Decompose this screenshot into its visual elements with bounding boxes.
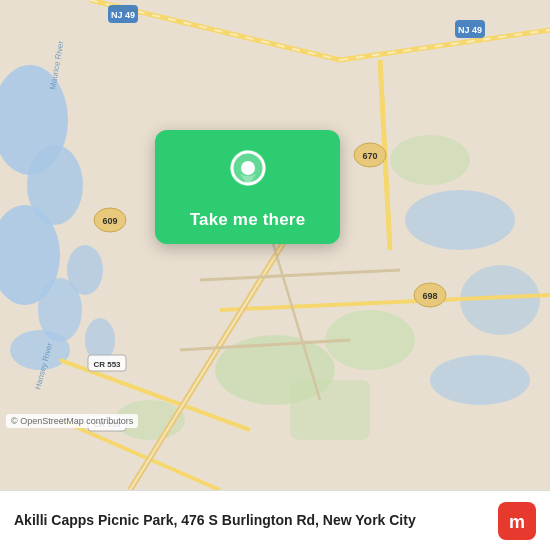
svg-point-10 xyxy=(430,355,530,405)
svg-text:609: 609 xyxy=(102,216,117,226)
bottom-bar: Akilli Capps Picnic Park, 476 S Burlingt… xyxy=(0,490,550,550)
svg-point-47 xyxy=(241,161,255,175)
place-info: Akilli Capps Picnic Park, 476 S Burlingt… xyxy=(14,511,486,529)
svg-point-13 xyxy=(390,135,470,185)
moovit-logo: m xyxy=(498,502,536,540)
svg-rect-15 xyxy=(290,380,370,440)
svg-point-5 xyxy=(67,245,103,295)
map-attribution: © OpenStreetMap contributors xyxy=(6,414,138,428)
location-pin-icon xyxy=(226,148,270,200)
svg-text:670: 670 xyxy=(362,151,377,161)
moovit-icon: m xyxy=(498,502,536,540)
svg-text:NJ 49: NJ 49 xyxy=(111,10,135,20)
place-name: Akilli Capps Picnic Park, 476 S Burlingt… xyxy=(14,511,486,529)
svg-text:CR 553: CR 553 xyxy=(93,360,121,369)
take-me-there-card[interactable]: Take me there xyxy=(155,130,340,244)
map-container: NJ 49 NJ 49 670 609 698 CR 553 CR 553 Ma… xyxy=(0,0,550,490)
take-me-there-label: Take me there xyxy=(190,210,306,230)
svg-text:698: 698 xyxy=(422,291,437,301)
svg-point-8 xyxy=(405,190,515,250)
svg-text:NJ 49: NJ 49 xyxy=(458,25,482,35)
svg-text:m: m xyxy=(509,512,525,532)
